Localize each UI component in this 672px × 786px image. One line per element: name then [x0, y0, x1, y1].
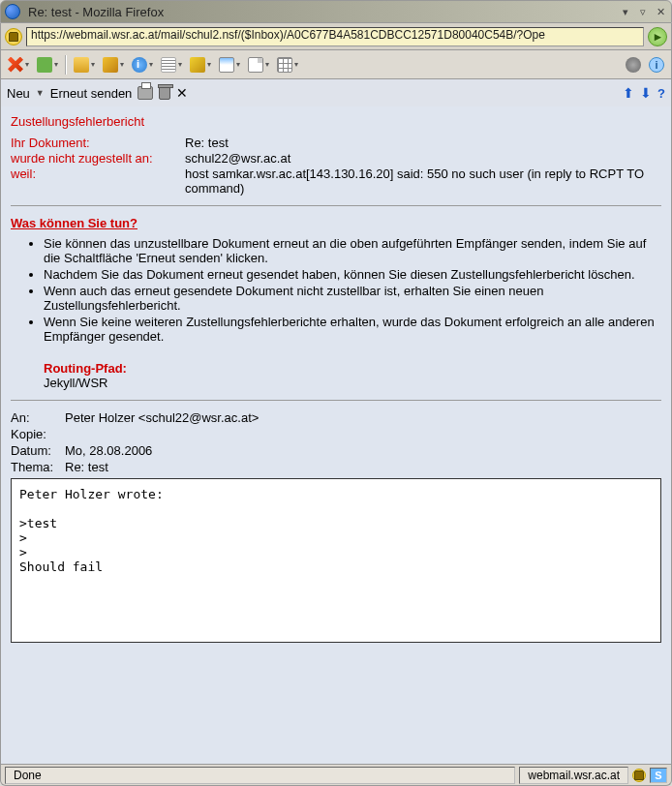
value-recipient: schul22@wsr.ac.at — [185, 151, 661, 166]
x-icon — [8, 57, 23, 73]
message-body: Peter Holzer wrote: >test > > Should fai… — [11, 478, 661, 643]
highlighter-button[interactable]: ▾ — [100, 54, 127, 76]
url-input[interactable]: https://webmail.wsr.ac.at/mail/schul2.ns… — [26, 27, 644, 46]
value-to: Peter Holzer <schul22@wsr.ac.at> — [65, 410, 259, 425]
list-button[interactable]: ▾ — [158, 54, 185, 76]
window-minimize-button[interactable]: ▾ — [619, 5, 632, 18]
table-button[interactable]: ▾ — [274, 54, 301, 76]
message-content: Zustellungsfehlerbericht Ihr Dokument: R… — [0, 106, 672, 765]
list-item: Wenn Sie keine weiteren Zustellungsfehle… — [44, 315, 661, 344]
value-reason: host samkar.wsr.ac.at[143.130.16.20] sai… — [185, 166, 661, 196]
next-message-button[interactable]: ⬇ — [640, 85, 652, 101]
separator — [65, 55, 67, 75]
trash-icon[interactable] — [159, 86, 170, 100]
divider — [11, 205, 661, 206]
new-button[interactable]: Neu — [7, 86, 30, 101]
routing-path-heading: Routing-Pfad: — [44, 361, 661, 376]
previous-message-button[interactable]: ⬆ — [623, 85, 634, 101]
resend-button[interactable]: Erneut senden — [50, 86, 133, 101]
routing-path-value: Jekyll/WSR — [44, 376, 661, 390]
status-host: webmail.wsr.ac.at — [519, 767, 628, 784]
ndr-heading: Zustellungsfehlerbericht — [11, 114, 661, 129]
info-icon — [132, 57, 147, 73]
list-icon — [161, 57, 176, 73]
what-can-you-do-heading: Was können Sie tun? — [11, 216, 661, 230]
info-circle-icon: i — [649, 57, 664, 73]
value-date: Mo, 28.08.2006 — [65, 443, 152, 458]
list-item: Wenn auch das erneut gesendete Dokument … — [44, 284, 661, 313]
label-because: weil: — [11, 166, 185, 196]
status-text: Done — [5, 767, 515, 784]
value-subject: Re: test — [185, 136, 661, 150]
firefox-icon — [5, 4, 20, 19]
document-button[interactable]: ▾ — [245, 54, 272, 76]
list-item: Nachdem Sie das Dokument erneut gesendet… — [44, 267, 661, 282]
divider — [11, 400, 661, 401]
extensions-button[interactable]: ▾ — [34, 54, 61, 76]
status-bar: Done webmail.wsr.ac.at S — [0, 765, 672, 786]
edit-button[interactable]: ▾ — [187, 54, 214, 76]
stop-button[interactable]: ▾ — [5, 54, 32, 76]
label-your-document: Ihr Dokument: — [11, 136, 185, 150]
value-subject-line: Re: test — [65, 460, 108, 474]
list-item: Sie können das unzustellbare Dokument er… — [44, 236, 661, 265]
window-maximize-button[interactable]: ▿ — [636, 5, 650, 18]
suggestions-list: Sie können das unzustellbare Dokument er… — [44, 236, 661, 344]
security-button[interactable]: ▾ — [71, 54, 98, 76]
info-button[interactable]: ▾ — [129, 54, 156, 76]
window-titlebar: Re: test - Mozilla Firefox ▾ ▿ ✕ — [0, 0, 672, 23]
wand-icon — [103, 57, 118, 73]
help-link[interactable]: ? — [657, 86, 665, 101]
lock-icon — [632, 769, 646, 782]
new-dropdown[interactable]: ▼ — [36, 88, 45, 98]
puzzle-icon — [37, 57, 52, 73]
settings-button[interactable] — [623, 54, 644, 76]
status-indicator: S — [650, 768, 667, 783]
address-bar: https://webmail.wsr.ac.at/mail/schul2.ns… — [0, 23, 672, 50]
label-date: Datum: — [11, 443, 61, 458]
gear-icon — [626, 57, 641, 73]
label-cc: Kopie: — [11, 427, 61, 441]
close-icon[interactable]: ✕ — [176, 85, 188, 101]
pencil-icon — [190, 57, 205, 73]
document-icon — [248, 57, 263, 73]
lock-icon — [5, 28, 22, 45]
padlock-icon — [74, 57, 89, 73]
help-button[interactable]: i — [646, 54, 667, 76]
window-icon — [219, 57, 234, 73]
label-not-delivered-to: wurde nicht zugestellt an: — [11, 151, 185, 166]
window-title: Re: test - Mozilla Firefox — [24, 5, 615, 19]
label-to: An: — [11, 410, 61, 425]
grid-icon — [277, 57, 292, 73]
label-subject: Thema: — [11, 460, 61, 474]
mail-toolbar: Neu ▼ Erneut senden ✕ ⬆ ⬇ ? — [0, 79, 672, 106]
go-button[interactable]: ▸ — [648, 27, 667, 46]
window-close-button[interactable]: ✕ — [654, 5, 667, 18]
window-button[interactable]: ▾ — [216, 54, 243, 76]
print-icon[interactable] — [137, 86, 153, 100]
browser-toolbar: ▾ ▾ ▾ ▾ ▾ ▾ ▾ ▾ ▾ ▾ i — [0, 50, 672, 79]
